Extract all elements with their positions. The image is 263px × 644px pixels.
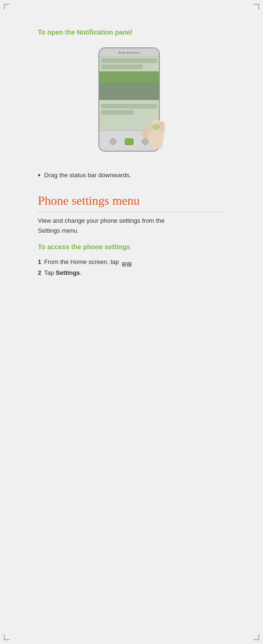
phone-settings-title: Phone settings menu	[38, 194, 225, 212]
step-1-number: 1	[38, 257, 41, 267]
phone-illustration: Sony Ericsson	[38, 43, 225, 161]
screen-row-1	[101, 58, 157, 63]
screen-row-3	[101, 104, 157, 109]
svg-rect-2	[148, 122, 152, 132]
corner-mark-bl	[4, 635, 9, 640]
grid-icon: ⊞	[122, 260, 127, 265]
svg-rect-3	[160, 121, 165, 132]
phone-device: Sony Ericsson	[94, 43, 169, 161]
section-description: View and change your phone settings from…	[38, 216, 225, 236]
step-2-number: 2	[38, 268, 41, 278]
phone-top-bar: Sony Ericsson	[99, 48, 159, 57]
screen-row-2	[101, 64, 143, 69]
steps-section: 1 From the Home screen, tap ⊞. 2 Tap Set…	[38, 257, 225, 278]
notification-panel-heading: To open the Notification panel	[38, 28, 225, 36]
corner-mark-tl	[4, 4, 9, 9]
hand-gesture	[132, 114, 179, 171]
step-1-text: From the Home screen, tap ⊞.	[44, 257, 225, 267]
bullet-item-drag: • Drag the status bar downwards.	[38, 171, 225, 181]
bullet-dot-icon: •	[38, 171, 41, 181]
swipe-highlight	[99, 71, 159, 83]
step-1: 1 From the Home screen, tap ⊞.	[38, 257, 225, 267]
corner-mark-br	[254, 635, 259, 640]
notification-panel-section: To open the Notification panel Sony Eric…	[38, 28, 225, 181]
phone-back-btn	[110, 138, 116, 145]
phone-brand-label: Sony Ericsson	[119, 51, 140, 54]
access-phone-settings-heading: To access the phone settings	[38, 243, 225, 251]
bullet-text: Drag the status bar downwards.	[44, 171, 132, 180]
step-2: 2 Tap Settings.	[38, 268, 225, 278]
step-2-text: Tap Settings.	[44, 268, 225, 278]
hand-svg	[132, 114, 179, 171]
svg-point-7	[152, 124, 160, 130]
page: To open the Notification panel Sony Eric…	[0, 0, 263, 644]
phone-settings-section: Phone settings menu View and change your…	[38, 194, 225, 278]
screen-row-4	[101, 110, 134, 115]
bullet-section: • Drag the status bar downwards.	[38, 171, 225, 181]
corner-mark-tr	[254, 4, 259, 9]
